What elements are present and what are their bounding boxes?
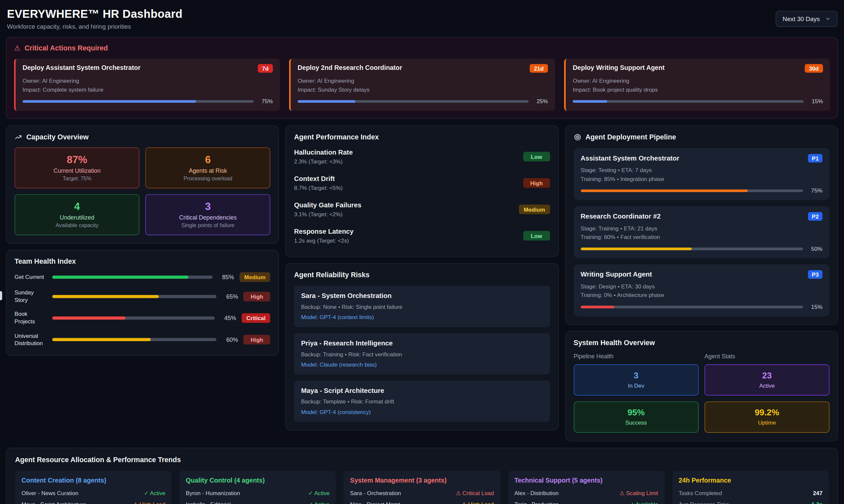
performance-row: Tasks Completed 247 xyxy=(679,490,822,497)
risk-item[interactable]: Maya - Script Architecture Backup: Templ… xyxy=(294,380,550,422)
health-label: Uptime xyxy=(710,419,825,426)
pipeline-item[interactable]: Writing Support Agent P3 Stage: Design •… xyxy=(574,264,829,317)
stat-tile-current-utilization: 87% Current Utilization Target: 75% xyxy=(15,147,140,188)
performance-metrics: Hallucination Rate 2.3% (Target: <3%) Lo… xyxy=(294,143,550,249)
dashboard-columns: Capacity Overview 87% Current Utilizatio… xyxy=(6,125,838,441)
risk-detail: Backup: Training • Risk: Fact verificati… xyxy=(301,351,543,357)
progress-fill xyxy=(298,100,355,103)
action-owner: Owner: AI Engineering xyxy=(298,77,548,84)
time-range-select[interactable]: Next 30 Days xyxy=(776,11,838,27)
pipeline-stage: Stage: Testing • ETA: 7 days xyxy=(580,167,823,174)
stat-label: Critical Dependencies xyxy=(150,214,266,221)
progress-percent: 15% xyxy=(809,98,823,105)
pipeline-item-header: Research Coordinator #2 P2 xyxy=(580,212,823,220)
agent-performance-panel: Agent Performance Index Hallucination Ra… xyxy=(286,125,558,257)
warning-icon: ⚠ xyxy=(456,490,461,497)
pipeline-progress: 75% xyxy=(580,187,823,194)
priority-badge: P2 xyxy=(808,212,823,220)
stat-sublabel: Target: 75% xyxy=(19,175,135,181)
health-value: 95% xyxy=(579,408,694,418)
metric-badge: Low xyxy=(523,151,550,161)
health-value: 23 xyxy=(710,371,825,380)
health-bar-track xyxy=(52,338,216,342)
priority-badge: P1 xyxy=(808,154,823,162)
risk-model-link[interactable]: Model: Claude (research bias) xyxy=(301,361,543,368)
header: EVERYWHERE™ HR Dashboard Workforce capac… xyxy=(0,0,844,33)
progress-percent: 75% xyxy=(808,187,822,194)
health-value: 99.2% xyxy=(710,408,825,418)
progress-fill xyxy=(580,247,692,250)
health-tile-uptime: 99.2% Uptime xyxy=(704,401,829,433)
health-value: 3 xyxy=(579,371,694,380)
metric-info: Hallucination Rate 2.3% (Target: <3%) xyxy=(294,149,353,165)
critical-action-card[interactable]: Deploy Assistant System Orchestrator 7d … xyxy=(14,59,280,111)
health-tile-in-dev: 3 In Dev xyxy=(574,364,699,396)
pipeline-item[interactable]: Assistant System Orchestrator P1 Stage: … xyxy=(574,148,829,200)
risk-agent-name: Sara - System Orchestration xyxy=(301,292,543,300)
stat-value: 87% xyxy=(19,154,135,166)
metric-detail: 2.3% (Target: <3%) xyxy=(294,158,353,165)
performance-label: Avg Response Time xyxy=(679,501,729,504)
metric-name: Quality Gate Failures xyxy=(294,201,361,209)
risk-model-link[interactable]: Model: GPT-4 (consistency) xyxy=(301,409,543,415)
deployment-pipeline-header: Agent Deployment Pipeline xyxy=(574,133,829,141)
time-range-value: Next 30 Days xyxy=(783,16,820,22)
team-card-quality-control: Quality Control (4 agents) Byron - Human… xyxy=(179,471,336,504)
performance-value: 247 xyxy=(813,490,823,497)
warning-triangle-icon: ⚠ xyxy=(14,45,20,52)
progress-fill xyxy=(580,189,748,192)
progress-track xyxy=(580,247,803,250)
risk-item[interactable]: Sara - System Orchestration Backup: None… xyxy=(294,286,550,327)
metric-info: Context Drift 8.7% (Target: <5%) xyxy=(294,175,343,191)
reliability-risks-header: Agent Reliability Risks xyxy=(294,271,550,278)
due-badge: 30d xyxy=(805,64,823,73)
critical-action-card[interactable]: Deploy Writing Support Agent 30d Owner: … xyxy=(564,59,830,111)
health-badge: Medium xyxy=(239,272,270,282)
action-header: Deploy 2nd Research Coordinator 21d xyxy=(298,64,548,73)
agent-name: Sara - Orchestration xyxy=(350,490,401,497)
stat-label: Underutilized xyxy=(19,214,135,221)
critical-actions-section: ⚠ Critical Actions Required Deploy Assis… xyxy=(6,37,838,119)
stat-sublabel: Processing overload xyxy=(150,175,266,181)
agent-name: Oliver - News Curation xyxy=(21,490,78,497)
stat-tile-underutilized: 4 Underutilized Available capacity xyxy=(15,194,140,235)
stat-label: Current Utilization xyxy=(19,167,135,174)
action-progress: 15% xyxy=(573,98,823,105)
pipeline-stage: Stage: Training • ETA: 21 days xyxy=(580,225,823,231)
action-title: Deploy 2nd Research Coordinator xyxy=(298,64,402,72)
action-header: Deploy Writing Support Agent 30d xyxy=(573,64,823,73)
metric-info: Quality Gate Failures 3.1% (Target: <2%) xyxy=(294,201,361,218)
check-icon: ✓ xyxy=(308,490,313,497)
metric-name: Response Latency xyxy=(294,228,354,235)
team-heading: Technical Support (5 agents) xyxy=(514,477,658,485)
health-tile-active: 23 Active xyxy=(704,364,829,396)
resource-allocation-title: Agent Resource Allocation & Performance … xyxy=(15,456,181,464)
action-owner: Owner: AI Engineering xyxy=(23,77,273,84)
performance-24h-heading: 24h Performance xyxy=(679,477,822,485)
health-percent: 60% xyxy=(222,337,238,343)
priority-badge: P3 xyxy=(808,270,823,279)
risk-detail: Backup: None • Risk: Single point failur… xyxy=(301,304,543,310)
agent-status: ⚠ Critical Load xyxy=(456,490,494,497)
risk-item[interactable]: Priya - Research Intelligence Backup: Tr… xyxy=(294,333,550,375)
team-health-header: Team Health Index xyxy=(15,257,270,265)
team-rows: Sara - Orchestration ⚠ Critical Load Nin… xyxy=(350,490,494,504)
header-titles: EVERYWHERE™ HR Dashboard Workforce capac… xyxy=(7,7,182,30)
agent-row: Sara - Orchestration ⚠ Critical Load xyxy=(350,490,494,497)
stat-value: 6 xyxy=(150,154,266,166)
risk-model-link[interactable]: Model: GPT-4 (context limits) xyxy=(301,314,543,320)
reliability-risks-panel: Agent Reliability Risks Sara - System Or… xyxy=(286,263,558,431)
stat-sublabel: Single points of failure xyxy=(150,222,266,228)
system-health-panel: System Health Overview Pipeline Health A… xyxy=(565,331,838,442)
health-label: Active xyxy=(710,382,825,389)
critical-action-card[interactable]: Deploy 2nd Research Coordinator 21d Owne… xyxy=(289,59,555,111)
progress-fill xyxy=(573,100,607,103)
pipeline-agent-name: Research Coordinator #2 xyxy=(580,213,661,220)
team-heading: Quality Control (4 agents) xyxy=(186,477,330,485)
pipeline-item-header: Assistant System Orchestrator P1 xyxy=(580,154,823,162)
agent-name: Tariq - Production xyxy=(514,501,558,504)
pipeline-item[interactable]: Research Coordinator #2 P2 Stage: Traini… xyxy=(574,206,829,258)
performance-row: Avg Response Time 1.2s xyxy=(679,501,822,504)
agent-performance-header: Agent Performance Index xyxy=(294,133,550,141)
system-health-header: System Health Overview xyxy=(574,339,829,346)
